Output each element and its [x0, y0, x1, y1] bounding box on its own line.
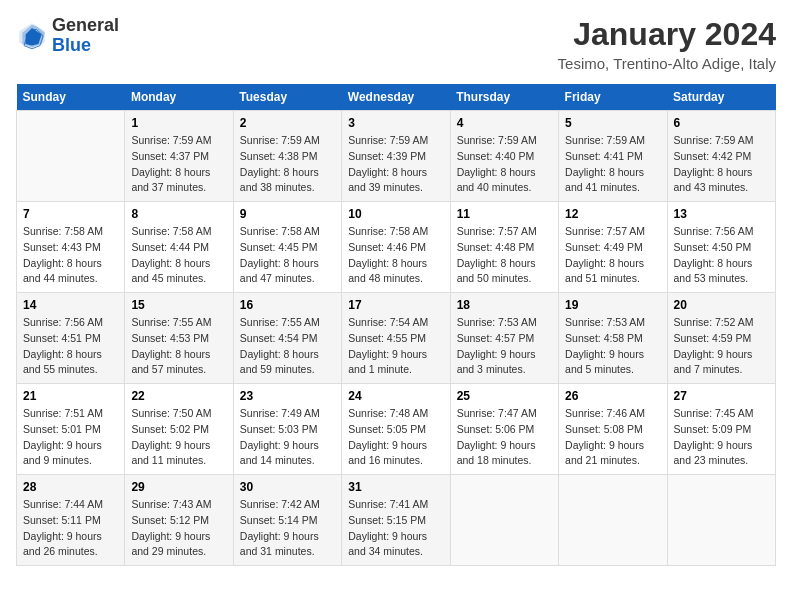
- day-info: Sunrise: 7:59 AMSunset: 4:42 PMDaylight:…: [674, 133, 769, 196]
- logo-general: General: [52, 15, 119, 35]
- day-cell: 15Sunrise: 7:55 AMSunset: 4:53 PMDayligh…: [125, 293, 233, 384]
- day-cell: 21Sunrise: 7:51 AMSunset: 5:01 PMDayligh…: [17, 384, 125, 475]
- logo-icon: [16, 20, 48, 52]
- day-cell: 9Sunrise: 7:58 AMSunset: 4:45 PMDaylight…: [233, 202, 341, 293]
- day-info: Sunrise: 7:59 AMSunset: 4:38 PMDaylight:…: [240, 133, 335, 196]
- day-info: Sunrise: 7:57 AMSunset: 4:49 PMDaylight:…: [565, 224, 660, 287]
- day-info: Sunrise: 7:56 AMSunset: 4:51 PMDaylight:…: [23, 315, 118, 378]
- day-number: 19: [565, 298, 660, 312]
- day-info: Sunrise: 7:53 AMSunset: 4:58 PMDaylight:…: [565, 315, 660, 378]
- day-cell: 18Sunrise: 7:53 AMSunset: 4:57 PMDayligh…: [450, 293, 558, 384]
- day-info: Sunrise: 7:59 AMSunset: 4:39 PMDaylight:…: [348, 133, 443, 196]
- day-cell: 30Sunrise: 7:42 AMSunset: 5:14 PMDayligh…: [233, 475, 341, 566]
- day-info: Sunrise: 7:41 AMSunset: 5:15 PMDaylight:…: [348, 497, 443, 560]
- col-header-friday: Friday: [559, 84, 667, 111]
- day-cell: 5Sunrise: 7:59 AMSunset: 4:41 PMDaylight…: [559, 111, 667, 202]
- day-info: Sunrise: 7:56 AMSunset: 4:50 PMDaylight:…: [674, 224, 769, 287]
- day-cell: [17, 111, 125, 202]
- day-info: Sunrise: 7:55 AMSunset: 4:54 PMDaylight:…: [240, 315, 335, 378]
- calendar-table: SundayMondayTuesdayWednesdayThursdayFrid…: [16, 84, 776, 566]
- day-cell: 28Sunrise: 7:44 AMSunset: 5:11 PMDayligh…: [17, 475, 125, 566]
- day-number: 24: [348, 389, 443, 403]
- day-info: Sunrise: 7:53 AMSunset: 4:57 PMDaylight:…: [457, 315, 552, 378]
- day-cell: 29Sunrise: 7:43 AMSunset: 5:12 PMDayligh…: [125, 475, 233, 566]
- day-number: 21: [23, 389, 118, 403]
- day-number: 15: [131, 298, 226, 312]
- day-number: 12: [565, 207, 660, 221]
- day-number: 11: [457, 207, 552, 221]
- day-info: Sunrise: 7:58 AMSunset: 4:44 PMDaylight:…: [131, 224, 226, 287]
- col-header-tuesday: Tuesday: [233, 84, 341, 111]
- day-cell: [559, 475, 667, 566]
- day-number: 23: [240, 389, 335, 403]
- day-info: Sunrise: 7:58 AMSunset: 4:45 PMDaylight:…: [240, 224, 335, 287]
- day-info: Sunrise: 7:48 AMSunset: 5:05 PMDaylight:…: [348, 406, 443, 469]
- day-number: 7: [23, 207, 118, 221]
- day-info: Sunrise: 7:49 AMSunset: 5:03 PMDaylight:…: [240, 406, 335, 469]
- week-row-1: 7Sunrise: 7:58 AMSunset: 4:43 PMDaylight…: [17, 202, 776, 293]
- day-cell: 13Sunrise: 7:56 AMSunset: 4:50 PMDayligh…: [667, 202, 775, 293]
- day-cell: 14Sunrise: 7:56 AMSunset: 4:51 PMDayligh…: [17, 293, 125, 384]
- week-row-0: 1Sunrise: 7:59 AMSunset: 4:37 PMDaylight…: [17, 111, 776, 202]
- logo: General Blue: [16, 16, 119, 56]
- header-row: SundayMondayTuesdayWednesdayThursdayFrid…: [17, 84, 776, 111]
- day-cell: 10Sunrise: 7:58 AMSunset: 4:46 PMDayligh…: [342, 202, 450, 293]
- week-row-4: 28Sunrise: 7:44 AMSunset: 5:11 PMDayligh…: [17, 475, 776, 566]
- day-number: 16: [240, 298, 335, 312]
- day-number: 2: [240, 116, 335, 130]
- day-number: 13: [674, 207, 769, 221]
- day-number: 27: [674, 389, 769, 403]
- day-cell: 11Sunrise: 7:57 AMSunset: 4:48 PMDayligh…: [450, 202, 558, 293]
- week-row-2: 14Sunrise: 7:56 AMSunset: 4:51 PMDayligh…: [17, 293, 776, 384]
- day-cell: 19Sunrise: 7:53 AMSunset: 4:58 PMDayligh…: [559, 293, 667, 384]
- day-info: Sunrise: 7:42 AMSunset: 5:14 PMDaylight:…: [240, 497, 335, 560]
- day-info: Sunrise: 7:58 AMSunset: 4:43 PMDaylight:…: [23, 224, 118, 287]
- col-header-saturday: Saturday: [667, 84, 775, 111]
- day-cell: 31Sunrise: 7:41 AMSunset: 5:15 PMDayligh…: [342, 475, 450, 566]
- day-number: 20: [674, 298, 769, 312]
- day-cell: 2Sunrise: 7:59 AMSunset: 4:38 PMDaylight…: [233, 111, 341, 202]
- day-number: 3: [348, 116, 443, 130]
- title-section: January 2024 Tesimo, Trentino-Alto Adige…: [558, 16, 776, 72]
- day-cell: 22Sunrise: 7:50 AMSunset: 5:02 PMDayligh…: [125, 384, 233, 475]
- col-header-monday: Monday: [125, 84, 233, 111]
- day-cell: 6Sunrise: 7:59 AMSunset: 4:42 PMDaylight…: [667, 111, 775, 202]
- month-year: January 2024: [558, 16, 776, 53]
- day-number: 28: [23, 480, 118, 494]
- day-info: Sunrise: 7:59 AMSunset: 4:41 PMDaylight:…: [565, 133, 660, 196]
- day-info: Sunrise: 7:47 AMSunset: 5:06 PMDaylight:…: [457, 406, 552, 469]
- day-info: Sunrise: 7:57 AMSunset: 4:48 PMDaylight:…: [457, 224, 552, 287]
- day-cell: 24Sunrise: 7:48 AMSunset: 5:05 PMDayligh…: [342, 384, 450, 475]
- day-info: Sunrise: 7:54 AMSunset: 4:55 PMDaylight:…: [348, 315, 443, 378]
- day-cell: 20Sunrise: 7:52 AMSunset: 4:59 PMDayligh…: [667, 293, 775, 384]
- day-number: 25: [457, 389, 552, 403]
- day-cell: 12Sunrise: 7:57 AMSunset: 4:49 PMDayligh…: [559, 202, 667, 293]
- day-number: 29: [131, 480, 226, 494]
- logo-text: General Blue: [52, 16, 119, 56]
- day-info: Sunrise: 7:58 AMSunset: 4:46 PMDaylight:…: [348, 224, 443, 287]
- day-cell: [450, 475, 558, 566]
- day-number: 8: [131, 207, 226, 221]
- col-header-thursday: Thursday: [450, 84, 558, 111]
- day-cell: 7Sunrise: 7:58 AMSunset: 4:43 PMDaylight…: [17, 202, 125, 293]
- day-cell: 23Sunrise: 7:49 AMSunset: 5:03 PMDayligh…: [233, 384, 341, 475]
- day-number: 6: [674, 116, 769, 130]
- day-number: 26: [565, 389, 660, 403]
- day-info: Sunrise: 7:59 AMSunset: 4:37 PMDaylight:…: [131, 133, 226, 196]
- day-info: Sunrise: 7:43 AMSunset: 5:12 PMDaylight:…: [131, 497, 226, 560]
- day-info: Sunrise: 7:52 AMSunset: 4:59 PMDaylight:…: [674, 315, 769, 378]
- day-cell: 3Sunrise: 7:59 AMSunset: 4:39 PMDaylight…: [342, 111, 450, 202]
- day-info: Sunrise: 7:59 AMSunset: 4:40 PMDaylight:…: [457, 133, 552, 196]
- day-number: 31: [348, 480, 443, 494]
- day-info: Sunrise: 7:45 AMSunset: 5:09 PMDaylight:…: [674, 406, 769, 469]
- day-cell: 27Sunrise: 7:45 AMSunset: 5:09 PMDayligh…: [667, 384, 775, 475]
- day-number: 14: [23, 298, 118, 312]
- day-number: 1: [131, 116, 226, 130]
- day-number: 5: [565, 116, 660, 130]
- day-cell: 8Sunrise: 7:58 AMSunset: 4:44 PMDaylight…: [125, 202, 233, 293]
- day-number: 22: [131, 389, 226, 403]
- day-info: Sunrise: 7:44 AMSunset: 5:11 PMDaylight:…: [23, 497, 118, 560]
- day-cell: 25Sunrise: 7:47 AMSunset: 5:06 PMDayligh…: [450, 384, 558, 475]
- day-number: 10: [348, 207, 443, 221]
- day-number: 30: [240, 480, 335, 494]
